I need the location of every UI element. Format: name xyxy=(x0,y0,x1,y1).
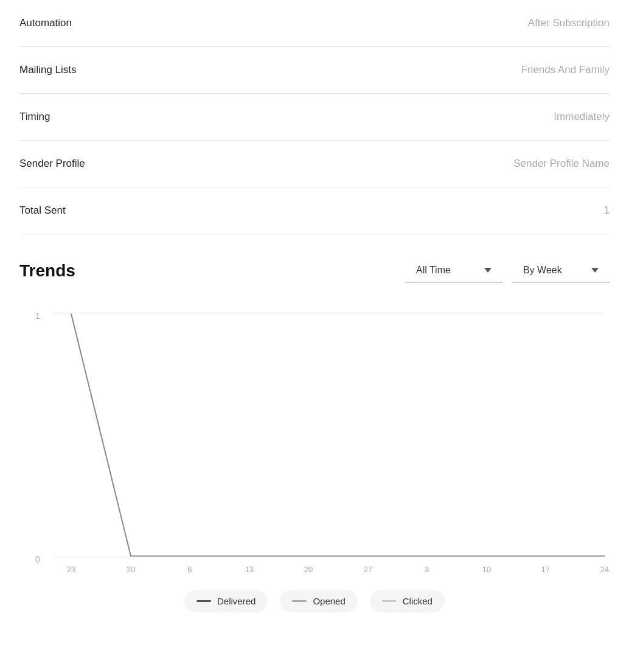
svg-text:13: 13 xyxy=(245,564,254,573)
trends-title: Trends xyxy=(19,261,75,281)
trends-controls: All Time By Week xyxy=(405,259,610,283)
chart-legend: Delivered Opened Clicked xyxy=(19,590,610,612)
info-value-4: 1 xyxy=(604,205,610,217)
group-filter-label: By Week xyxy=(523,265,562,276)
info-value-2: Immediately xyxy=(554,111,610,123)
time-filter-label: All Time xyxy=(416,265,451,276)
svg-text:17: 17 xyxy=(541,564,550,573)
chevron-down-icon xyxy=(484,268,492,273)
svg-text:10: 10 xyxy=(482,564,491,573)
info-row-2: TimingImmediately xyxy=(19,94,610,141)
trends-header: Trends All Time By Week xyxy=(19,259,610,283)
info-value-3: Sender Profile Name xyxy=(513,158,610,170)
info-row-0: AutomationAfter Subscription xyxy=(19,0,610,47)
info-label-2: Timing xyxy=(19,111,50,123)
svg-text:Feb: Feb xyxy=(420,574,434,575)
info-value-0: After Subscription xyxy=(528,17,610,29)
info-value-1: Friends And Family xyxy=(521,64,610,76)
info-label-3: Sender Profile xyxy=(19,158,85,170)
clicked-line-icon xyxy=(382,600,397,602)
delivered-label: Delivered xyxy=(217,596,255,606)
chevron-down-icon xyxy=(591,268,599,273)
chart-svg: 1 0 23 Dec 30 6 13 20 27 3 Feb 10 17 24 xyxy=(19,307,610,575)
chart-area: 1 0 23 Dec 30 6 13 20 27 3 Feb 10 17 24 xyxy=(19,307,610,575)
info-row-3: Sender ProfileSender Profile Name xyxy=(19,141,610,187)
legend-item-delivered: Delivered xyxy=(184,590,268,612)
svg-text:24: 24 xyxy=(600,564,609,573)
group-filter-dropdown[interactable]: By Week xyxy=(512,259,610,283)
svg-text:30: 30 xyxy=(127,564,135,573)
svg-text:27: 27 xyxy=(364,564,372,573)
info-label-0: Automation xyxy=(19,17,72,29)
opened-label: Opened xyxy=(313,596,345,606)
trends-section: Trends All Time By Week 1 0 23 Dec 30 xyxy=(0,234,629,632)
info-row-4: Total Sent1 xyxy=(19,187,610,234)
svg-text:0: 0 xyxy=(35,555,40,564)
svg-text:3: 3 xyxy=(425,564,429,573)
svg-text:6: 6 xyxy=(187,564,192,573)
svg-text:20: 20 xyxy=(304,564,313,573)
info-label-1: Mailing Lists xyxy=(19,64,77,76)
opened-line-icon xyxy=(292,600,307,602)
info-label-4: Total Sent xyxy=(19,205,66,217)
time-filter-dropdown[interactable]: All Time xyxy=(405,259,502,283)
info-row-1: Mailing ListsFriends And Family xyxy=(19,47,610,94)
info-section: AutomationAfter SubscriptionMailing List… xyxy=(0,0,629,234)
legend-item-clicked: Clicked xyxy=(370,590,445,612)
svg-text:Dec: Dec xyxy=(64,574,78,575)
svg-text:23: 23 xyxy=(67,564,75,573)
clicked-label: Clicked xyxy=(403,596,433,606)
svg-text:1: 1 xyxy=(35,311,40,321)
delivered-line-icon xyxy=(196,600,211,602)
legend-item-opened: Opened xyxy=(280,590,357,612)
